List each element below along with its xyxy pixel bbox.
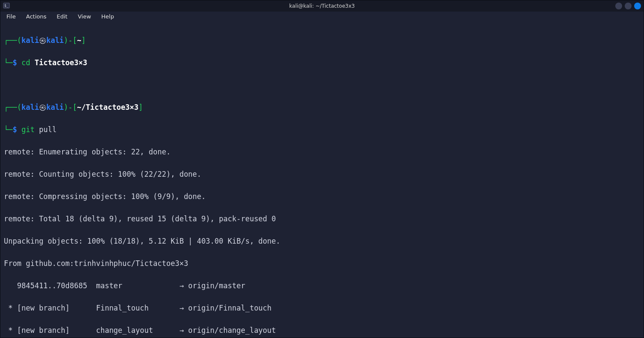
- output-line: From github.com:trinhvinhphuc/Tictactoe3…: [4, 258, 640, 269]
- terminal-output[interactable]: ┌──(kali㉿kali)-[~] └─$ cd Tictactoe3×3 ┌…: [0, 22, 644, 338]
- output-line: * [new branch] change_layout → origin/ch…: [4, 325, 640, 336]
- terminal-window: $_ kali@kali: ~/Tictactoe3x3 File Action…: [0, 0, 644, 338]
- menubar: File Actions Edit View Help: [0, 12, 644, 22]
- output-line: remote: Total 18 (delta 9), reused 15 (d…: [4, 213, 640, 224]
- output-line: Unpacking objects: 100% (18/18), 5.12 Ki…: [4, 235, 640, 247]
- output-line: 9845411..70d8685 master → origin/master: [4, 280, 640, 291]
- prompt-line: └─$ git pull: [4, 124, 640, 135]
- output-line: remote: Counting objects: 100% (22/22), …: [4, 169, 640, 180]
- app-icon: $_: [3, 2, 10, 10]
- menu-view[interactable]: View: [76, 12, 93, 21]
- prompt-line: ┌──(kali㉿kali)-[~/Tictactoe3×3]: [4, 102, 640, 113]
- menu-help[interactable]: Help: [99, 12, 116, 21]
- maximize-button[interactable]: [625, 3, 632, 9]
- prompt-line: ┌──(kali㉿kali)-[~]: [4, 35, 640, 46]
- output-line: remote: Compressing objects: 100% (9/9),…: [4, 191, 640, 202]
- menu-edit[interactable]: Edit: [55, 12, 69, 21]
- svg-text:$_: $_: [4, 4, 9, 8]
- prompt-line: └─$ cd Tictactoe3×3: [4, 57, 640, 68]
- titlebar[interactable]: $_ kali@kali: ~/Tictactoe3x3: [0, 0, 644, 12]
- minimize-button[interactable]: [615, 3, 622, 9]
- menu-file[interactable]: File: [5, 12, 18, 21]
- menu-actions[interactable]: Actions: [24, 12, 48, 21]
- output-line: * [new branch] Finnal_touch → origin/Fin…: [4, 302, 640, 314]
- window-title: kali@kali: ~/Tictactoe3x3: [0, 3, 644, 9]
- close-button[interactable]: [634, 3, 641, 9]
- output-line: remote: Enumerating objects: 22, done.: [4, 146, 640, 157]
